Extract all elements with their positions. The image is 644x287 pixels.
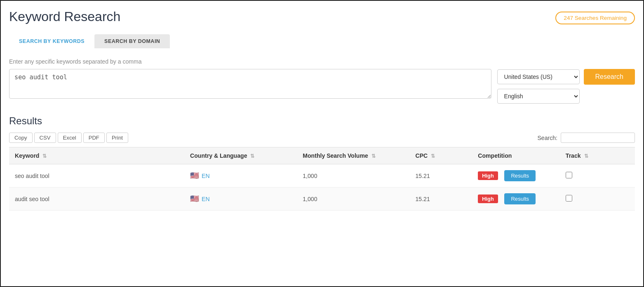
volume-sort-icon[interactable]: ⇅ bbox=[371, 153, 376, 159]
export-row: Copy CSV Excel PDF Print Search: bbox=[9, 133, 635, 143]
cell-cpc-1: 15.21 bbox=[410, 187, 472, 211]
search-row: seo audit tool United States (US) United… bbox=[9, 69, 635, 104]
lang-tag-0: EN bbox=[202, 173, 210, 179]
search-filter-label: Search: bbox=[537, 135, 557, 141]
keyword-sort-icon[interactable]: ⇅ bbox=[42, 153, 47, 159]
flag-icon-0: 🇺🇸 bbox=[190, 171, 199, 180]
table-header-row: Keyword ⇅ Country & Language ⇅ Monthly S… bbox=[9, 147, 635, 164]
page-header: Keyword Research 247 Searches Remaining bbox=[9, 9, 635, 24]
cell-country-1: 🇺🇸 EN bbox=[184, 187, 297, 211]
track-checkbox-0[interactable] bbox=[566, 172, 572, 178]
keyword-input[interactable]: seo audit tool bbox=[9, 69, 491, 99]
cpc-sort-icon[interactable]: ⇅ bbox=[431, 153, 435, 159]
searches-remaining-badge: 247 Searches Remaining bbox=[555, 12, 635, 24]
results-button-1[interactable]: Results bbox=[504, 193, 536, 204]
col-header-keyword: Keyword ⇅ bbox=[9, 147, 184, 164]
col-header-competition: Competition bbox=[472, 147, 560, 164]
cell-keyword-0: seo audit tool bbox=[9, 164, 184, 187]
country-row: United States (US) United Kingdom (GB) C… bbox=[497, 69, 635, 85]
cell-volume-1: 1,000 bbox=[297, 187, 409, 211]
cell-cpc-0: 15.21 bbox=[410, 164, 472, 187]
col-header-country: Country & Language ⇅ bbox=[184, 147, 297, 164]
export-print-button[interactable]: Print bbox=[106, 133, 128, 143]
cell-country-0: 🇺🇸 EN bbox=[184, 164, 297, 187]
competition-badge-1: High bbox=[478, 194, 498, 203]
export-csv-button[interactable]: CSV bbox=[34, 133, 56, 143]
table-search-filter: Search: bbox=[537, 133, 635, 143]
table-search-input[interactable] bbox=[561, 133, 635, 143]
language-select[interactable]: English Spanish French German bbox=[497, 89, 580, 104]
cell-volume-0: 1,000 bbox=[297, 164, 409, 187]
results-title: Results bbox=[9, 115, 635, 127]
search-tabs: SEARCH BY KEYWORDS SEARCH BY DOMAIN bbox=[9, 34, 635, 48]
competition-badge-0: High bbox=[478, 171, 498, 180]
track-checkbox-1[interactable] bbox=[566, 195, 572, 202]
table-row: audit seo tool 🇺🇸 EN 1,000 15.21 High Re… bbox=[9, 187, 635, 211]
table-row: seo audit tool 🇺🇸 EN 1,000 15.21 High Re… bbox=[9, 164, 635, 187]
country-select[interactable]: United States (US) United Kingdom (GB) C… bbox=[497, 69, 580, 84]
cell-track-1 bbox=[560, 187, 635, 211]
export-buttons: Copy CSV Excel PDF Print bbox=[9, 133, 128, 143]
flag-icon-1: 🇺🇸 bbox=[190, 194, 199, 203]
tab-search-by-domain[interactable]: SEARCH BY DOMAIN bbox=[94, 34, 170, 48]
cell-competition-1: High Results bbox=[472, 187, 560, 211]
cell-track-0 bbox=[560, 164, 635, 187]
research-button[interactable]: Research bbox=[584, 69, 635, 85]
cell-competition-0: High Results bbox=[472, 164, 560, 187]
tab-search-by-keywords[interactable]: SEARCH BY KEYWORDS bbox=[9, 34, 94, 48]
results-button-0[interactable]: Results bbox=[504, 170, 536, 181]
cell-keyword-1: audit seo tool bbox=[9, 187, 184, 211]
export-pdf-button[interactable]: PDF bbox=[83, 133, 105, 143]
col-header-volume: Monthly Search Volume ⇅ bbox=[297, 147, 409, 164]
col-header-cpc: CPC ⇅ bbox=[410, 147, 472, 164]
col-header-track: Track ⇅ bbox=[560, 147, 635, 164]
search-hint: Enter any specific keywords separated by… bbox=[9, 58, 635, 65]
country-sort-icon[interactable]: ⇅ bbox=[250, 153, 254, 159]
export-copy-button[interactable]: Copy bbox=[9, 133, 33, 143]
page-title: Keyword Research bbox=[9, 9, 120, 24]
export-excel-button[interactable]: Excel bbox=[58, 133, 82, 143]
results-table: Keyword ⇅ Country & Language ⇅ Monthly S… bbox=[9, 147, 635, 211]
lang-tag-1: EN bbox=[202, 196, 210, 202]
track-sort-icon[interactable]: ⇅ bbox=[584, 153, 588, 159]
search-controls: United States (US) United Kingdom (GB) C… bbox=[497, 69, 635, 104]
